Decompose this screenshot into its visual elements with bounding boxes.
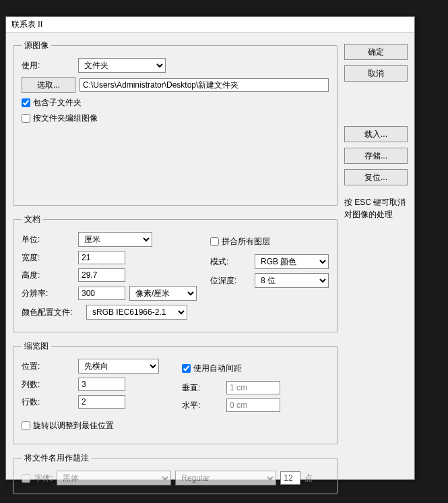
use-select[interactable]: 文件夹	[78, 58, 166, 73]
resolution-label: 分辨率:	[22, 288, 74, 299]
load-button[interactable]: 载入...	[344, 126, 408, 142]
mode-select[interactable]: RGB 颜色	[255, 254, 329, 269]
columns-label: 列数:	[22, 379, 74, 390]
thumbnail-group: 缩览图 位置: 先横向 列数: 行数:	[13, 341, 338, 444]
source-group: 源图像 使用: 文件夹 选取... 包含子文件夹 按文件夹编	[13, 40, 338, 206]
reset-button[interactable]: 复位...	[344, 169, 408, 185]
width-label: 宽度:	[22, 252, 74, 264]
profile-label: 颜色配置文件:	[22, 307, 82, 318]
choose-button[interactable]: 选取...	[22, 77, 75, 93]
horizontal-label: 水平:	[182, 400, 222, 411]
unit-select[interactable]: 厘米	[78, 232, 152, 247]
document-group: 文档 单位: 厘米 宽度: 高度:	[13, 214, 338, 332]
rotate-label: 旋转以调整到最佳位置	[33, 420, 114, 432]
columns-input[interactable]	[78, 378, 125, 391]
font-size-unit: 点	[305, 473, 313, 484]
source-legend: 源图像	[22, 40, 51, 51]
depth-select[interactable]: 8 位	[255, 273, 329, 288]
font-label: 字体:	[34, 473, 53, 484]
flatten-checkbox[interactable]	[210, 237, 219, 246]
font-style-select: Regular	[175, 471, 276, 485]
unit-label: 单位:	[22, 234, 74, 245]
font-size-input	[280, 471, 300, 485]
group-by-folder-checkbox[interactable]	[22, 114, 30, 123]
profile-select[interactable]: sRGB IEC61966-2.1	[86, 305, 187, 320]
auto-spacing-checkbox[interactable]	[182, 364, 191, 373]
mode-label: 模式:	[210, 256, 251, 268]
save-button[interactable]: 存储...	[344, 148, 408, 164]
titlebar: 联系表 II	[6, 17, 414, 33]
include-subfolders-checkbox[interactable]	[22, 98, 30, 107]
rows-label: 行数:	[22, 396, 74, 408]
depth-label: 位深度:	[210, 275, 251, 287]
auto-spacing-label: 使用自动间距	[193, 363, 242, 374]
height-label: 高度:	[22, 270, 74, 281]
position-select[interactable]: 先横向	[78, 359, 159, 374]
path-display	[79, 78, 329, 92]
contact-sheet-dialog: 联系表 II 源图像 使用: 文件夹 选取... 包含子文件夹	[5, 16, 415, 480]
dialog-title: 联系表 II	[11, 19, 42, 30]
horizontal-input	[226, 398, 280, 412]
vertical-input	[226, 381, 280, 394]
width-input[interactable]	[78, 251, 125, 264]
group-by-folder-label: 按文件夹编组图像	[33, 113, 98, 124]
vertical-label: 垂直:	[182, 382, 222, 394]
esc-hint: 按 ESC 键可取消对图像的处理	[344, 196, 408, 220]
font-select: 黑体	[57, 471, 171, 485]
rotate-checkbox[interactable]	[22, 421, 30, 430]
caption-font-checkbox	[22, 474, 30, 483]
rows-input[interactable]	[78, 395, 125, 409]
resolution-unit-select[interactable]: 像素/厘米	[129, 286, 197, 301]
cancel-button[interactable]: 取消	[344, 65, 408, 82]
ok-button[interactable]: 确定	[344, 44, 408, 60]
position-label: 位置:	[22, 361, 74, 372]
height-input[interactable]	[78, 268, 125, 282]
flatten-label: 拼合所有图层	[222, 236, 270, 247]
thumbnail-legend: 缩览图	[22, 341, 51, 352]
use-label: 使用:	[22, 60, 74, 71]
caption-legend: 将文件名用作题注	[22, 452, 92, 464]
document-legend: 文档	[22, 214, 43, 225]
include-subfolders-label: 包含子文件夹	[33, 97, 82, 109]
caption-group: 将文件名用作题注 字体: 黑体 Regular 点	[13, 452, 338, 494]
resolution-input[interactable]	[78, 287, 125, 300]
